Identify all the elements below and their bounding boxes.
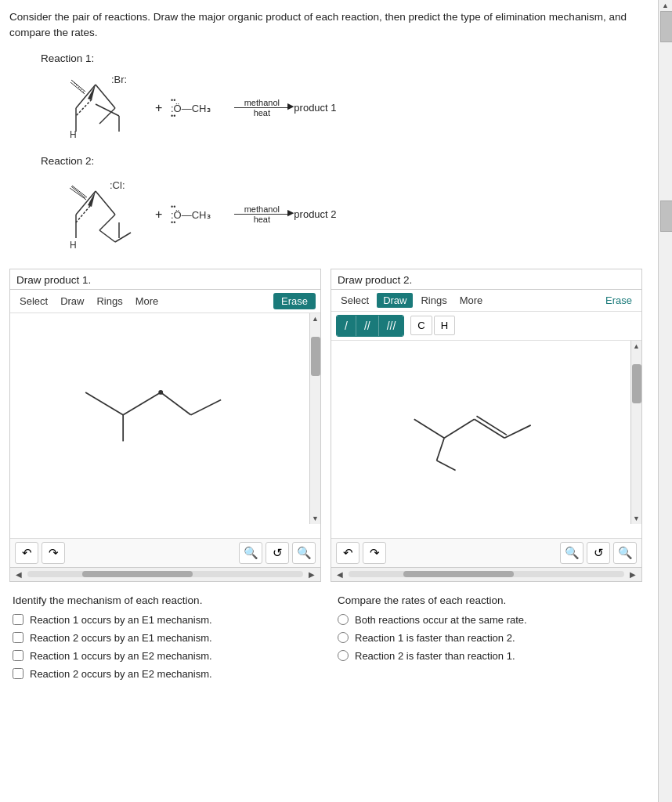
rates-title: Compare the rates of each reaction. [338, 594, 639, 606]
rates-radio-3[interactable] [338, 650, 349, 661]
panel2-hscroll-thumb[interactable] [403, 571, 514, 577]
panel2-vscroll[interactable]: ▲ ▼ [630, 341, 641, 524]
panel1-redo-btn[interactable]: ↷ [42, 542, 65, 564]
panel2-reset-btn[interactable]: ↺ [587, 542, 610, 564]
rates-section: Compare the rates of each reaction. Both… [338, 594, 639, 686]
question-text: Consider the pair of reactions. Draw the… [9, 9, 642, 42]
rates-radio-1[interactable] [338, 614, 349, 625]
panel2-footer-left: ↶ ↷ [336, 542, 386, 564]
mechanism-checkbox-3[interactable] [13, 650, 23, 661]
svg-line-40 [444, 419, 474, 438]
svg-text:H: H [70, 240, 77, 251]
mechanism-checkbox-4[interactable] [13, 668, 23, 679]
reaction-2-condition: heat [254, 215, 270, 224]
rates-radio-2[interactable] [338, 632, 349, 643]
panel1-scroll-track[interactable] [27, 571, 303, 577]
panel2-footer-right: 🔍 ↺ 🔍 [560, 542, 637, 564]
atom-c-btn[interactable]: C [410, 316, 432, 335]
panels-row: Draw product 1. Select Draw Rings More E… [9, 269, 642, 582]
double-bond-btn[interactable]: // [356, 316, 379, 336]
svg-line-17 [96, 191, 115, 215]
triple-bond-btn[interactable]: /// [379, 316, 404, 336]
panel2-hscroll[interactable]: ◀ ▶ [331, 567, 641, 581]
scrollbar-right[interactable]: ▲ [658, 0, 672, 802]
panel2-undo-btn[interactable]: ↶ [336, 542, 359, 564]
panel2-zoom-in-btn[interactable]: 🔍 [560, 542, 583, 564]
panel1-more-btn[interactable]: More [131, 294, 164, 309]
panel1-hscroll[interactable]: ◀ ▶ [10, 567, 320, 581]
reaction-2-solvent: methanol [244, 204, 280, 214]
reaction-1-product-label: product 1 [294, 102, 336, 114]
svg-text:••: •• [171, 203, 175, 211]
panel2-scroll-thumb[interactable] [632, 364, 641, 403]
panel2-zoom-out-btn[interactable]: 🔍 [613, 542, 637, 564]
rates-option-3: Reaction 2 is faster than reaction 1. [338, 650, 639, 662]
svg-line-34 [123, 392, 161, 414]
scrollbar-thumb[interactable] [660, 11, 672, 42]
svg-line-43 [504, 424, 531, 437]
panel1-reset-btn[interactable]: ↺ [266, 542, 289, 564]
reaction-1-methanol: :Ö—CH₃ •• •• [167, 89, 229, 128]
panel1-zoom-in-btn[interactable]: 🔍 [239, 542, 262, 564]
panel1-scroll-left[interactable]: ◀ [13, 570, 24, 579]
panel2-scroll-down[interactable]: ▼ [631, 513, 641, 524]
panel1-vscroll[interactable]: ▲ ▼ [309, 313, 320, 524]
panel2-select-btn[interactable]: Select [336, 293, 374, 308]
panel1-hscroll-thumb[interactable] [82, 571, 193, 577]
svg-line-45 [437, 461, 456, 470]
mechanism-option-2: Reaction 2 occurs by an E1 mechanism. [13, 632, 314, 644]
panel1-scroll-right[interactable]: ▶ [306, 570, 317, 579]
panel1-scroll-down[interactable]: ▼ [310, 513, 320, 524]
mechanism-option-4: Reaction 2 occurs by an E2 mechanism. [13, 668, 314, 680]
mechanism-section: Identify the mechanism of each reaction.… [13, 594, 314, 686]
panel1-erase-btn[interactable]: Erase [273, 293, 316, 309]
draw-canvas-2[interactable]: ▲ ▼ [331, 341, 641, 538]
reaction-1-row: :Br: H + :Ö—CH₃ •• •• methanol [41, 69, 642, 147]
draw-panel-2-toolbar: Select Draw Rings More Erase [331, 290, 641, 312]
single-bond-btn[interactable]: / [337, 316, 356, 336]
panel1-draw-btn[interactable]: Draw [56, 294, 89, 309]
rates-label-2: Reaction 1 is faster than reaction 2. [355, 632, 515, 644]
svg-line-21 [76, 206, 90, 222]
panel2-erase-btn[interactable]: Erase [601, 293, 637, 308]
svg-line-33 [85, 392, 123, 414]
reaction-2-methanol: :Ö—CH₃ •• •• [167, 195, 229, 234]
panel1-scroll-thumb[interactable] [311, 337, 320, 376]
svg-text::Cl:: :Cl: [110, 179, 125, 191]
draw-panel-2-footer: ↶ ↷ 🔍 ↺ 🔍 [331, 538, 641, 567]
panel2-scroll-track[interactable] [349, 571, 624, 577]
plus-2: + [155, 208, 162, 222]
rates-label-1: Both reactions occur at the same rate. [355, 614, 527, 626]
panel1-zoom-out-btn[interactable]: 🔍 [292, 542, 316, 564]
svg-line-22 [71, 186, 85, 198]
svg-text::Br:: :Br: [111, 74, 127, 85]
svg-line-42 [476, 416, 506, 435]
atom-h-btn[interactable]: H [434, 316, 455, 335]
reaction-1-arrow: methanol ▶ heat [234, 98, 289, 117]
panel1-select-btn[interactable]: Select [15, 294, 52, 309]
draw-canvas-1[interactable]: ▲ ▼ [10, 313, 320, 538]
panel2-redo-btn[interactable]: ↷ [363, 542, 386, 564]
reaction-1-molecule: :Br: H [41, 69, 150, 147]
panel1-rings-btn[interactable]: Rings [92, 294, 127, 309]
panel2-bond-toolbar: / // /// C H [331, 312, 641, 341]
scrollbar-thumb2[interactable] [660, 200, 672, 232]
panel2-rings-btn[interactable]: Rings [416, 293, 451, 308]
panel2-draw-btn[interactable]: Draw [377, 293, 413, 308]
bond-group: / // /// [336, 315, 404, 337]
reaction-2-arrow: methanol ▶ heat [234, 204, 289, 224]
panel2-more-btn[interactable]: More [455, 293, 488, 308]
mechanism-option-1: Reaction 1 occurs by an E1 mechanism. [13, 614, 314, 626]
svg-line-23 [70, 188, 86, 200]
panel1-undo-btn[interactable]: ↶ [15, 542, 38, 564]
panel2-scroll-left[interactable]: ◀ [334, 570, 345, 579]
panel1-scroll-up[interactable]: ▲ [310, 313, 320, 324]
mechanism-checkbox-1[interactable] [13, 614, 23, 625]
panel2-scroll-up[interactable]: ▲ [631, 341, 641, 352]
rates-option-1: Both reactions occur at the same rate. [338, 614, 639, 626]
mechanism-checkbox-2[interactable] [13, 632, 23, 643]
product2-svg [331, 341, 613, 505]
reaction-2-label: Reaction 2: [41, 155, 642, 167]
panel2-scroll-right[interactable]: ▶ [627, 570, 638, 579]
mechanism-label-1: Reaction 1 occurs by an E1 mechanism. [30, 614, 212, 626]
